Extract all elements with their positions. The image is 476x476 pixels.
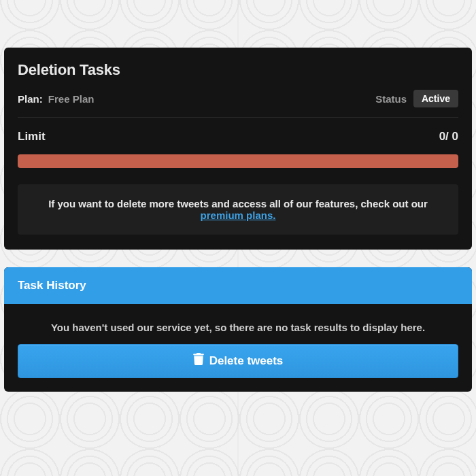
- limit-value: 0/ 0: [439, 130, 458, 143]
- status-badge: Active: [413, 90, 458, 107]
- plan-value: Free Plan: [48, 93, 95, 105]
- delete-tweets-button[interactable]: Delete tweets: [18, 344, 458, 378]
- upsell-text: If you want to delete more tweets and ac…: [48, 198, 428, 209]
- trash-icon: [193, 353, 204, 369]
- deletion-tasks-title: Deletion Tasks: [18, 61, 458, 79]
- limit-row: Limit 0/ 0: [18, 130, 458, 143]
- plan-info: Plan: Free Plan: [18, 93, 94, 105]
- status-label: Status: [375, 93, 407, 105]
- limit-progress-bar: [18, 154, 458, 168]
- upsell-banner: If you want to delete more tweets and ac…: [18, 184, 458, 235]
- task-history-card: Task History You haven't used our servic…: [4, 267, 472, 392]
- task-history-header: Task History: [4, 267, 472, 304]
- deletion-tasks-card: Deletion Tasks Plan: Free Plan Status Ac…: [4, 48, 472, 250]
- delete-tweets-button-label: Delete tweets: [209, 354, 284, 368]
- premium-plans-link[interactable]: premium plans.: [201, 209, 276, 221]
- task-history-body: You haven't used our service yet, so the…: [4, 304, 472, 392]
- empty-state-text: You haven't used our service yet, so the…: [18, 315, 458, 344]
- status-wrap: Status Active: [375, 90, 458, 107]
- plan-status-row: Plan: Free Plan Status Active: [18, 90, 458, 107]
- limit-label: Limit: [18, 130, 46, 143]
- divider: [18, 117, 458, 118]
- plan-label: Plan:: [18, 93, 43, 105]
